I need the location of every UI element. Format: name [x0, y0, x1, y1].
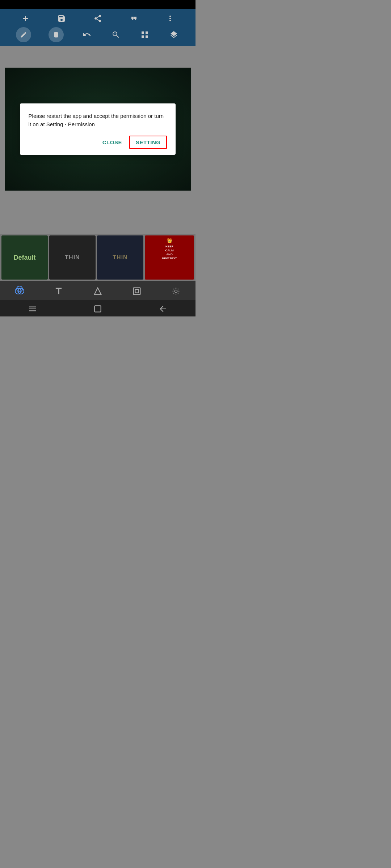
undo-icon[interactable] [81, 29, 93, 41]
svg-rect-15 [94, 306, 101, 312]
thumbnail-default[interactable]: Default [1, 235, 48, 280]
setting-button[interactable]: SETTING [129, 136, 167, 149]
canvas-area: Please restart the app and accept the pe… [0, 46, 196, 234]
back-icon[interactable] [158, 304, 168, 314]
thumb-thin2-label: THIN [113, 254, 127, 261]
calm-line2: CALM [165, 248, 173, 252]
calm-line1: KEEP [165, 244, 173, 248]
edit-icon[interactable] [16, 27, 31, 42]
text-icon[interactable] [54, 286, 64, 296]
nav-bar [0, 300, 196, 316]
svg-line-13 [173, 293, 174, 294]
crown-symbol: 👑 [167, 238, 172, 244]
status-bar [0, 0, 196, 9]
quote-icon[interactable] [128, 13, 140, 24]
save-icon[interactable] [56, 13, 67, 24]
poster-canvas: Please restart the app and accept the pe… [5, 68, 191, 191]
zoom-icon[interactable] [110, 29, 122, 41]
toolbar-bottom-row [7, 27, 188, 42]
svg-line-12 [178, 293, 178, 294]
blend-icon[interactable] [14, 286, 25, 296]
canvas-gray-top [0, 46, 196, 68]
close-button[interactable]: CLOSE [97, 136, 128, 149]
effects-icon[interactable] [171, 286, 181, 296]
thumb-default-label: Default [13, 254, 35, 261]
thumb-thin1-label: THIN [65, 254, 80, 261]
calm-line3: AND [166, 252, 172, 256]
add-icon[interactable] [20, 13, 31, 24]
shape-icon[interactable] [93, 286, 103, 296]
layers-icon[interactable] [168, 29, 180, 41]
thumbnail-calm[interactable]: 👑 KEEP CALM AND NEW TEXT [145, 235, 194, 280]
svg-rect-5 [135, 289, 138, 293]
bottom-toolbar [0, 281, 196, 300]
thumbnail-strip: Default THIN THIN 👑 KEEP CALM AND NEW TE… [0, 234, 196, 281]
dialog-overlay: Please restart the app and accept the pe… [5, 68, 191, 191]
dialog-message: Please restart the app and accept the pe… [29, 112, 167, 128]
svg-rect-4 [134, 288, 140, 295]
toolbar [0, 9, 196, 46]
calm-line4: NEW TEXT [162, 256, 177, 260]
permission-dialog: Please restart the app and accept the pe… [20, 103, 176, 155]
thumbnail-thin1[interactable]: THIN [49, 235, 96, 280]
svg-line-14 [178, 289, 178, 289]
grid-icon[interactable] [139, 29, 151, 41]
frame-icon[interactable] [132, 286, 142, 296]
share-icon[interactable] [92, 13, 104, 24]
canvas-gray-bottom [0, 191, 196, 234]
dialog-buttons: CLOSE SETTING [29, 136, 167, 149]
menu-icon[interactable] [28, 304, 37, 314]
thumbnail-thin2[interactable]: THIN [97, 235, 143, 280]
toolbar-top-row [7, 13, 188, 24]
delete-icon[interactable] [49, 27, 64, 42]
svg-line-11 [173, 289, 174, 289]
home-icon[interactable] [93, 304, 102, 314]
more-icon[interactable] [164, 13, 176, 24]
svg-marker-3 [94, 288, 101, 295]
svg-point-6 [175, 290, 177, 293]
